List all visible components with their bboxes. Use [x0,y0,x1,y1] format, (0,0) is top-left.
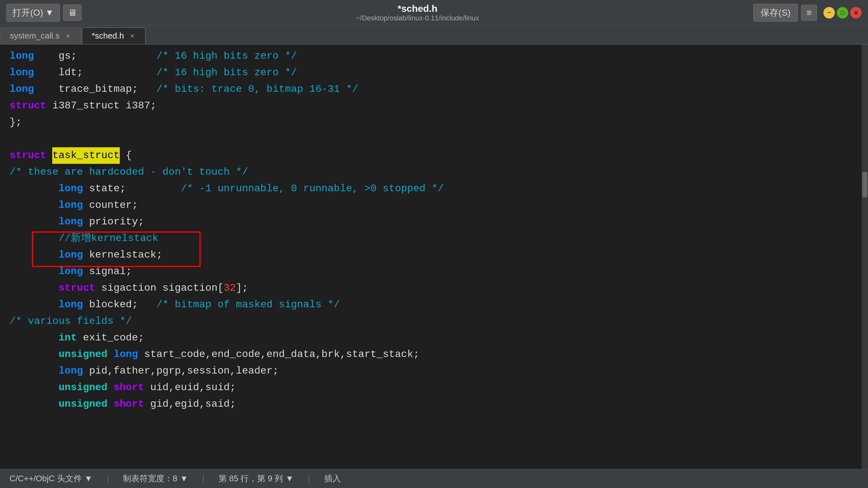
scrollbar-thumb[interactable] [862,172,867,197]
code-line-blocked: long blocked; /* bitmap of masked signal… [0,296,868,313]
tab-close-system-call[interactable]: × [65,31,71,41]
open-label: 打开(O) [12,7,43,19]
code-line-i387: struct i387_struct i387; [0,97,868,114]
statusbar-sep3: | [306,474,312,484]
position-label: 第 85 行，第 9 列 [218,473,283,484]
code-line-uid: unsigned short uid,euid,suid; [0,379,868,396]
tabs-bar: system_call.s × *sched.h × [0,26,868,45]
menu-button[interactable]: ≡ [801,5,817,21]
statusbar-sep2: | [201,474,206,484]
code-line-ldt: long ldt; /* 16 high bits zero */ [0,64,868,81]
code-line-exit-code: int exit_code; [0,329,868,346]
tab-label-system-call: system_call.s [10,31,60,41]
tab-sched-h[interactable]: *sched.h × [82,27,146,44]
code-line-trace: long trace_bitmap; /* bits: trace 0, bit… [0,81,868,97]
tab-label: 制表符宽度：8 [123,473,177,484]
minimize-button[interactable]: − [824,7,835,19]
code-line-gid: unsigned short gid,egid,said; [0,396,868,412]
code-line-empty1 [0,131,868,147]
tab-close-sched-h[interactable]: × [129,31,136,41]
code-line-kernelstack: long kernelstack; [0,247,868,263]
statusbar-lang[interactable]: C/C++/ObjC 头文件 ▼ [9,473,93,484]
code-area[interactable]: long gs; /* 16 high bits zero */ long ld… [0,45,868,469]
code-line-state: long state; /* -1 unrunnable, 0 runnable… [0,180,868,197]
code-line-sigaction: struct sigaction sigaction[32]; [0,280,868,296]
window-controls: − □ ✕ [824,7,862,19]
code-line-brace-end: }; [0,114,868,131]
open-dropdown-icon: ▼ [45,8,54,18]
position-dropdown-icon: ▼ [285,473,294,484]
code-line-pid: long pid,father,pgrp,session,leader; [0,363,868,379]
code-line-hardcoded: /* these are hardcoded - don't touch */ [0,164,868,180]
code-line-counter: long counter; [0,197,868,213]
titlebar: 打开(O) ▼ 🖥 *sched.h ~/Desktop/oslab/linux… [0,0,868,26]
tab-dropdown-icon: ▼ [180,473,188,484]
code-line-comment-cn: //新增kernelstack [0,230,868,247]
save-button[interactable]: 保存(S) [753,4,798,22]
open-button[interactable]: 打开(O) ▼ [6,4,60,22]
scrollbar[interactable] [862,45,868,469]
code-line-gs: long gs; /* 16 high bits zero */ [0,48,868,64]
code-line-various: /* various fields */ [0,313,868,329]
code-line-signal: long signal; [0,263,868,280]
file-icon-button[interactable]: 🖥 [63,4,82,21]
code-line-task-struct: struct task_struct { [0,147,868,164]
statusbar-sep1: | [105,474,111,484]
window-filepath: ~/Desktop/oslab/linux-0.11/include/linux [85,14,750,22]
close-button[interactable]: ✕ [850,7,862,19]
lang-dropdown-icon: ▼ [85,473,93,484]
statusbar-position[interactable]: 第 85 行，第 9 列 ▼ [218,473,294,484]
lang-label: C/C++/ObjC 头文件 [9,473,82,484]
code-line-start-code: unsigned long start_code,end_code,end_da… [0,346,868,363]
statusbar-mode: 插入 [324,473,341,484]
statusbar-tab[interactable]: 制表符宽度：8 ▼ [123,473,188,484]
red-box-section: //新增kernelstack long kernelstack; [0,230,868,263]
code-line-priority: long priority; [0,213,868,230]
window-filename: *sched.h [85,3,750,14]
statusbar: C/C++/ObjC 头文件 ▼ | 制表符宽度：8 ▼ | 第 85 行，第 … [0,469,868,488]
tab-label-sched-h: *sched.h [92,31,124,41]
tab-system-call[interactable]: system_call.s × [0,27,81,44]
titlebar-right: 保存(S) ≡ − □ ✕ [753,4,862,22]
maximize-button[interactable]: □ [837,7,848,19]
mode-label: 插入 [324,473,341,484]
titlebar-center: *sched.h ~/Desktop/oslab/linux-0.11/incl… [85,3,750,22]
